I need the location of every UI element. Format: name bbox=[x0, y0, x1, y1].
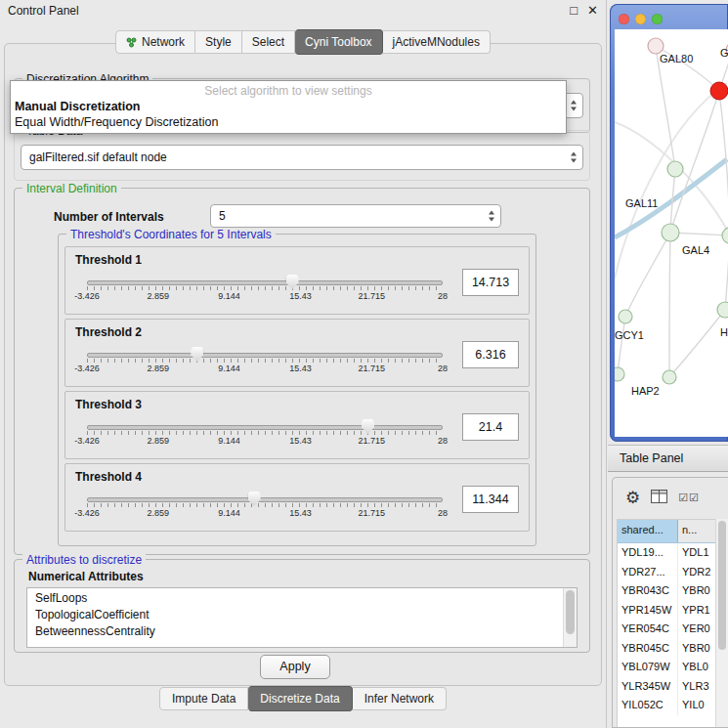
float-window-icon[interactable]: □ bbox=[570, 3, 578, 18]
tab-cyni-toolbox[interactable]: Cyni Toolbox bbox=[295, 29, 382, 55]
bottom-tab-bar: Impute DataDiscretize DataInfer Network bbox=[0, 687, 606, 710]
zoom-traffic-icon[interactable] bbox=[652, 14, 663, 24]
close-traffic-icon[interactable] bbox=[619, 14, 629, 24]
network-graph: GAL80GGAL11GAL4GCY1HAP2H bbox=[615, 29, 728, 437]
table-cell: YIL052C bbox=[618, 696, 678, 715]
network-node-label: GAL80 bbox=[660, 53, 693, 64]
column-header-n[interactable]: n... bbox=[678, 520, 715, 542]
control-panel-titlebar: Control Panel □ ✕ bbox=[0, 0, 606, 21]
threshold-value-field[interactable]: 14.713 bbox=[462, 269, 519, 296]
tick-label: 28 bbox=[438, 364, 448, 373]
threshold-box: Threshold 3-3.4262.8599.14415.4321.71528… bbox=[64, 391, 530, 459]
dropdown-item-equal-width-frequency-discretization[interactable]: Equal Width/Frequency Discretization bbox=[11, 114, 566, 130]
tab-label: Infer Network bbox=[364, 692, 434, 706]
tab-jactivemnodules[interactable]: jActiveMNodules bbox=[383, 30, 491, 54]
table-row[interactable]: YBR045CYBR0 bbox=[618, 639, 715, 659]
network-node-h[interactable] bbox=[717, 302, 728, 318]
tab-select[interactable]: Select bbox=[242, 30, 295, 54]
slider-zone: -3.4262.8599.14415.4321.71528 bbox=[87, 345, 443, 378]
network-node-gcy1[interactable] bbox=[619, 310, 632, 323]
network-edge bbox=[618, 317, 625, 374]
network-node-label: GAL4 bbox=[682, 244, 709, 256]
tick-label: 9.144 bbox=[218, 508, 240, 518]
network-node-hap2[interactable] bbox=[663, 370, 676, 384]
tab-impute-data[interactable]: Impute Data bbox=[159, 687, 248, 710]
table-row[interactable]: YER054CYER0 bbox=[618, 620, 715, 639]
numerical-attributes-listbox: SelfLoopsTopologicalCoefficientBetweenne… bbox=[26, 587, 578, 648]
top-tab-bar: NetworkStyleSelectCyni ToolboxjActiveMNo… bbox=[0, 30, 606, 54]
table-cell: YLR345W bbox=[618, 677, 678, 697]
network-view-window: GAL80GGAL11GAL4GCY1HAP2H bbox=[610, 4, 728, 442]
attribute-list-item[interactable]: BetweennessCentrality bbox=[27, 623, 564, 640]
table-toolbar: ⚙ ☑☑ bbox=[613, 478, 728, 517]
threshold-slider[interactable]: -3.4262.8599.14415.4321.71528 bbox=[77, 345, 452, 378]
window-title: Control Panel bbox=[8, 4, 79, 18]
slider-ticks bbox=[87, 431, 443, 435]
table-cell: YPR145W bbox=[618, 601, 678, 621]
network-node[interactable] bbox=[615, 367, 624, 381]
network-node-gal4[interactable] bbox=[662, 224, 679, 241]
attribute-list-item[interactable]: TopologicalCoefficient bbox=[27, 607, 564, 623]
threshold-label: Threshold 1 bbox=[75, 253, 142, 267]
network-node[interactable] bbox=[722, 228, 728, 243]
table-data-combobox[interactable]: galFiltered.sif default node bbox=[21, 145, 583, 170]
table-row[interactable]: YBR043CYBR0 bbox=[618, 581, 715, 601]
table-cell: YDR2 bbox=[678, 563, 715, 582]
close-window-icon[interactable]: ✕ bbox=[587, 3, 598, 18]
thresholds-group: Threshold's Coordinates for 5 Intervals … bbox=[58, 234, 536, 546]
table-row[interactable]: YPR145WYPR1 bbox=[618, 601, 715, 621]
column-chooser-icon[interactable] bbox=[651, 490, 667, 506]
tab-infer-network[interactable]: Infer Network bbox=[353, 687, 447, 710]
table-row[interactable]: YDL19...YDL1 bbox=[618, 543, 715, 563]
table-scrollbar[interactable] bbox=[715, 519, 728, 727]
table-row[interactable]: YDR27...YDR2 bbox=[618, 563, 715, 582]
tick-label: 21.715 bbox=[358, 364, 385, 373]
dropdown-item-manual-discretization[interactable]: Manual Discretization bbox=[11, 99, 566, 114]
tick-label: 9.144 bbox=[218, 291, 240, 301]
tick-label: 21.715 bbox=[358, 508, 385, 518]
interval-definition-group: Interval Definition Number of Intervals … bbox=[14, 188, 590, 555]
tab-discretize-data[interactable]: Discretize Data bbox=[248, 686, 352, 711]
select-columns-icon[interactable]: ☑☑ bbox=[678, 492, 700, 504]
table-row[interactable]: YIL052CYIL0 bbox=[618, 696, 715, 715]
tick-label: 15.43 bbox=[289, 436, 312, 446]
network-node-gal80[interactable] bbox=[648, 38, 664, 54]
table-cell: YBR0 bbox=[678, 581, 715, 601]
network-canvas[interactable]: GAL80GGAL11GAL4GCY1HAP2H bbox=[615, 29, 728, 437]
network-node[interactable] bbox=[710, 82, 728, 100]
threshold-value-field[interactable]: 21.4 bbox=[462, 413, 519, 441]
table-row[interactable]: YLR345WYLR3 bbox=[618, 677, 715, 697]
tab-network[interactable]: Network bbox=[115, 30, 195, 54]
apply-button[interactable]: Apply bbox=[260, 655, 330, 679]
tab-style[interactable]: Style bbox=[195, 30, 242, 54]
threshold-slider[interactable]: -3.4262.8599.14415.4321.71528 bbox=[77, 273, 452, 306]
threshold-slider[interactable]: -3.4262.8599.14415.4321.71528 bbox=[77, 490, 452, 523]
attribute-list-item[interactable]: SelfLoops bbox=[27, 590, 564, 607]
number-of-intervals-label: Number of Intervals bbox=[54, 210, 164, 224]
tick-label: 28 bbox=[438, 291, 448, 301]
threshold-slider[interactable]: -3.4262.8599.14415.4321.71528 bbox=[77, 417, 452, 450]
network-node-label: G bbox=[720, 47, 728, 59]
number-of-intervals-combobox[interactable]: 5 bbox=[210, 204, 501, 228]
minimize-traffic-icon[interactable] bbox=[635, 14, 646, 24]
threshold-box: Threshold 4-3.4262.8599.14415.4321.71528… bbox=[64, 463, 530, 532]
dropdown-placeholder: Select algorithm to view settings bbox=[11, 81, 566, 99]
threshold-value-field[interactable]: 6.316 bbox=[462, 341, 519, 368]
column-header-shared[interactable]: shared... bbox=[618, 520, 678, 542]
table-scrollbar-thumb[interactable] bbox=[718, 521, 726, 650]
threshold-box: Threshold 1-3.4262.8599.14415.4321.71528… bbox=[64, 246, 530, 315]
network-node-gal11[interactable] bbox=[667, 161, 683, 177]
attributes-scrollbar[interactable] bbox=[563, 588, 577, 647]
tick-label: 15.43 bbox=[289, 508, 312, 518]
numerical-attributes-label: Numerical Attributes bbox=[28, 570, 144, 583]
table-row[interactable]: YBL079WYBL0 bbox=[618, 658, 715, 677]
threshold-stack: Threshold 1-3.4262.8599.14415.4321.71528… bbox=[59, 242, 535, 535]
table-data-group: Table Data galFiltered.sif default node bbox=[14, 130, 590, 181]
gear-icon[interactable]: ⚙ bbox=[625, 490, 640, 506]
tab-label: jActiveMNodules bbox=[393, 35, 480, 49]
tab-label: Impute Data bbox=[172, 692, 236, 706]
attributes-scrollbar-thumb[interactable] bbox=[566, 590, 575, 634]
threshold-value-field[interactable]: 11.344 bbox=[462, 486, 519, 513]
tab-label: Select bbox=[252, 35, 284, 49]
tab-label: Style bbox=[205, 35, 232, 49]
